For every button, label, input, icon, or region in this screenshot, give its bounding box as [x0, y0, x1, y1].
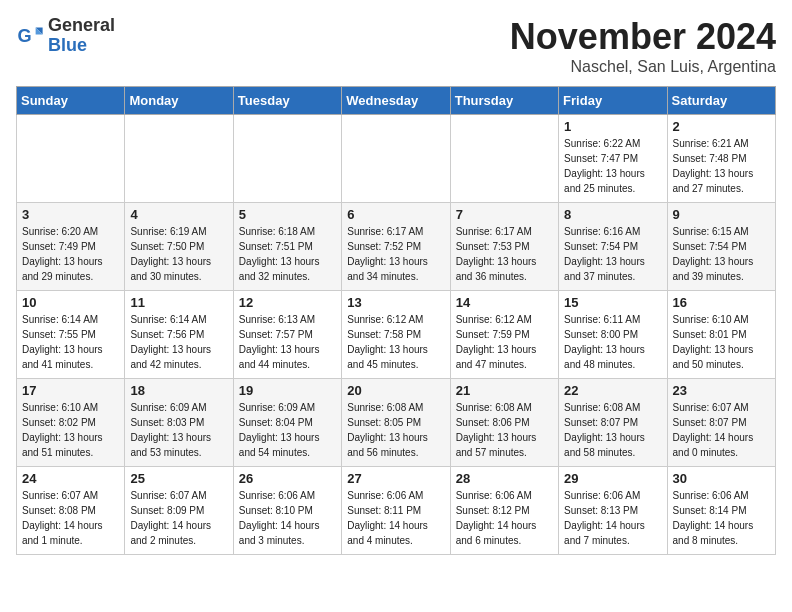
calendar-cell: 22Sunrise: 6:08 AM Sunset: 8:07 PM Dayli… [559, 379, 667, 467]
day-info: Sunrise: 6:15 AM Sunset: 7:54 PM Dayligh… [673, 224, 770, 284]
day-number: 20 [347, 383, 444, 398]
page-header: G General Blue November 2024 Naschel, Sa… [16, 16, 776, 76]
day-number: 11 [130, 295, 227, 310]
day-number: 7 [456, 207, 553, 222]
calendar-week-row: 24Sunrise: 6:07 AM Sunset: 8:08 PM Dayli… [17, 467, 776, 555]
calendar-cell [450, 115, 558, 203]
calendar-cell: 19Sunrise: 6:09 AM Sunset: 8:04 PM Dayli… [233, 379, 341, 467]
logo-blue-text: Blue [48, 36, 115, 56]
calendar-cell: 1Sunrise: 6:22 AM Sunset: 7:47 PM Daylig… [559, 115, 667, 203]
day-number: 29 [564, 471, 661, 486]
calendar-cell: 2Sunrise: 6:21 AM Sunset: 7:48 PM Daylig… [667, 115, 775, 203]
month-title: November 2024 [510, 16, 776, 58]
day-number: 24 [22, 471, 119, 486]
calendar-cell: 17Sunrise: 6:10 AM Sunset: 8:02 PM Dayli… [17, 379, 125, 467]
day-info: Sunrise: 6:09 AM Sunset: 8:03 PM Dayligh… [130, 400, 227, 460]
calendar-cell: 26Sunrise: 6:06 AM Sunset: 8:10 PM Dayli… [233, 467, 341, 555]
day-info: Sunrise: 6:11 AM Sunset: 8:00 PM Dayligh… [564, 312, 661, 372]
weekday-header-thursday: Thursday [450, 87, 558, 115]
day-number: 8 [564, 207, 661, 222]
svg-text:G: G [17, 25, 31, 45]
day-info: Sunrise: 6:17 AM Sunset: 7:52 PM Dayligh… [347, 224, 444, 284]
day-number: 30 [673, 471, 770, 486]
day-info: Sunrise: 6:07 AM Sunset: 8:07 PM Dayligh… [673, 400, 770, 460]
day-info: Sunrise: 6:21 AM Sunset: 7:48 PM Dayligh… [673, 136, 770, 196]
weekday-header-saturday: Saturday [667, 87, 775, 115]
calendar-cell [233, 115, 341, 203]
calendar-week-row: 10Sunrise: 6:14 AM Sunset: 7:55 PM Dayli… [17, 291, 776, 379]
day-number: 17 [22, 383, 119, 398]
weekday-header-tuesday: Tuesday [233, 87, 341, 115]
day-info: Sunrise: 6:10 AM Sunset: 8:02 PM Dayligh… [22, 400, 119, 460]
calendar-cell: 21Sunrise: 6:08 AM Sunset: 8:06 PM Dayli… [450, 379, 558, 467]
calendar-table: SundayMondayTuesdayWednesdayThursdayFrid… [16, 86, 776, 555]
calendar-cell: 4Sunrise: 6:19 AM Sunset: 7:50 PM Daylig… [125, 203, 233, 291]
calendar-week-row: 1Sunrise: 6:22 AM Sunset: 7:47 PM Daylig… [17, 115, 776, 203]
calendar-cell: 14Sunrise: 6:12 AM Sunset: 7:59 PM Dayli… [450, 291, 558, 379]
day-number: 3 [22, 207, 119, 222]
calendar-cell: 8Sunrise: 6:16 AM Sunset: 7:54 PM Daylig… [559, 203, 667, 291]
day-number: 21 [456, 383, 553, 398]
title-area: November 2024 Naschel, San Luis, Argenti… [510, 16, 776, 76]
day-number: 5 [239, 207, 336, 222]
logo-general-text: General [48, 16, 115, 36]
day-info: Sunrise: 6:14 AM Sunset: 7:56 PM Dayligh… [130, 312, 227, 372]
calendar-cell: 28Sunrise: 6:06 AM Sunset: 8:12 PM Dayli… [450, 467, 558, 555]
weekday-header-wednesday: Wednesday [342, 87, 450, 115]
day-info: Sunrise: 6:07 AM Sunset: 8:08 PM Dayligh… [22, 488, 119, 548]
day-info: Sunrise: 6:22 AM Sunset: 7:47 PM Dayligh… [564, 136, 661, 196]
calendar-cell: 18Sunrise: 6:09 AM Sunset: 8:03 PM Dayli… [125, 379, 233, 467]
weekday-header-monday: Monday [125, 87, 233, 115]
weekday-header-row: SundayMondayTuesdayWednesdayThursdayFrid… [17, 87, 776, 115]
day-number: 25 [130, 471, 227, 486]
day-number: 26 [239, 471, 336, 486]
day-number: 18 [130, 383, 227, 398]
weekday-header-sunday: Sunday [17, 87, 125, 115]
day-info: Sunrise: 6:07 AM Sunset: 8:09 PM Dayligh… [130, 488, 227, 548]
day-info: Sunrise: 6:10 AM Sunset: 8:01 PM Dayligh… [673, 312, 770, 372]
calendar-cell [17, 115, 125, 203]
calendar-cell: 5Sunrise: 6:18 AM Sunset: 7:51 PM Daylig… [233, 203, 341, 291]
logo-icon: G [16, 22, 44, 50]
calendar-cell: 10Sunrise: 6:14 AM Sunset: 7:55 PM Dayli… [17, 291, 125, 379]
calendar-cell: 6Sunrise: 6:17 AM Sunset: 7:52 PM Daylig… [342, 203, 450, 291]
calendar-cell: 29Sunrise: 6:06 AM Sunset: 8:13 PM Dayli… [559, 467, 667, 555]
day-number: 15 [564, 295, 661, 310]
day-number: 27 [347, 471, 444, 486]
day-number: 22 [564, 383, 661, 398]
calendar-cell: 25Sunrise: 6:07 AM Sunset: 8:09 PM Dayli… [125, 467, 233, 555]
calendar-cell: 15Sunrise: 6:11 AM Sunset: 8:00 PM Dayli… [559, 291, 667, 379]
day-info: Sunrise: 6:06 AM Sunset: 8:10 PM Dayligh… [239, 488, 336, 548]
day-info: Sunrise: 6:08 AM Sunset: 8:06 PM Dayligh… [456, 400, 553, 460]
calendar-cell: 27Sunrise: 6:06 AM Sunset: 8:11 PM Dayli… [342, 467, 450, 555]
day-number: 28 [456, 471, 553, 486]
calendar-cell: 11Sunrise: 6:14 AM Sunset: 7:56 PM Dayli… [125, 291, 233, 379]
day-info: Sunrise: 6:19 AM Sunset: 7:50 PM Dayligh… [130, 224, 227, 284]
logo: G General Blue [16, 16, 115, 56]
calendar-cell: 7Sunrise: 6:17 AM Sunset: 7:53 PM Daylig… [450, 203, 558, 291]
day-number: 2 [673, 119, 770, 134]
calendar-cell: 12Sunrise: 6:13 AM Sunset: 7:57 PM Dayli… [233, 291, 341, 379]
day-info: Sunrise: 6:14 AM Sunset: 7:55 PM Dayligh… [22, 312, 119, 372]
day-number: 9 [673, 207, 770, 222]
weekday-header-friday: Friday [559, 87, 667, 115]
day-number: 13 [347, 295, 444, 310]
calendar-cell: 9Sunrise: 6:15 AM Sunset: 7:54 PM Daylig… [667, 203, 775, 291]
day-number: 16 [673, 295, 770, 310]
day-info: Sunrise: 6:17 AM Sunset: 7:53 PM Dayligh… [456, 224, 553, 284]
day-info: Sunrise: 6:06 AM Sunset: 8:12 PM Dayligh… [456, 488, 553, 548]
calendar-cell: 16Sunrise: 6:10 AM Sunset: 8:01 PM Dayli… [667, 291, 775, 379]
day-number: 10 [22, 295, 119, 310]
calendar-cell: 20Sunrise: 6:08 AM Sunset: 8:05 PM Dayli… [342, 379, 450, 467]
day-info: Sunrise: 6:12 AM Sunset: 7:58 PM Dayligh… [347, 312, 444, 372]
day-number: 14 [456, 295, 553, 310]
day-number: 1 [564, 119, 661, 134]
day-info: Sunrise: 6:09 AM Sunset: 8:04 PM Dayligh… [239, 400, 336, 460]
day-info: Sunrise: 6:06 AM Sunset: 8:11 PM Dayligh… [347, 488, 444, 548]
day-number: 23 [673, 383, 770, 398]
day-info: Sunrise: 6:12 AM Sunset: 7:59 PM Dayligh… [456, 312, 553, 372]
day-info: Sunrise: 6:08 AM Sunset: 8:07 PM Dayligh… [564, 400, 661, 460]
calendar-cell: 30Sunrise: 6:06 AM Sunset: 8:14 PM Dayli… [667, 467, 775, 555]
day-number: 12 [239, 295, 336, 310]
calendar-cell: 24Sunrise: 6:07 AM Sunset: 8:08 PM Dayli… [17, 467, 125, 555]
